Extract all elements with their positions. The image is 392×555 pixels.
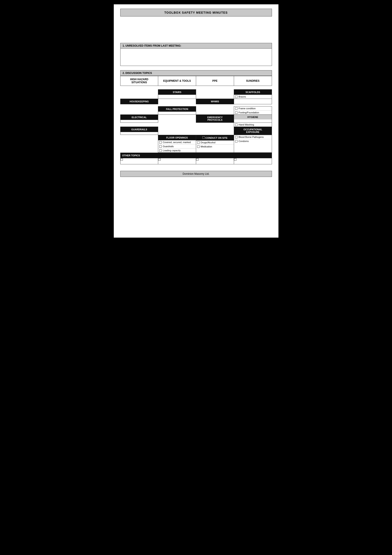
topics-row-1: STAIRS SCAFFOLDS Braces (120, 89, 272, 99)
occupational-exposure-header: OCCUPATIONALEXPOSURE (234, 127, 272, 135)
other-topic-1 (120, 158, 158, 164)
conduct-on-site-header: CONDUCT ON SITE (196, 135, 234, 140)
checkbox-drugs-alcohol[interactable] (197, 141, 200, 144)
cell-guardrails-label: GUARDRAILS (120, 127, 158, 135)
checkbox-hand-washing[interactable] (235, 124, 238, 126)
section1-header: 1. UNRESOLVED ITEMS FROM LAST MEETING: (120, 43, 272, 49)
topics-row-3: FALL PROTECTION Frame condition Footing/… (120, 106, 272, 115)
checkbox-condoms[interactable] (235, 140, 238, 142)
cell-empty-3 (158, 99, 196, 104)
cell-blood-borne: Blood Borne Pathogens Condoms (234, 135, 272, 153)
cell-occ-exposure: OCCUPATIONALEXPOSURE (234, 127, 272, 135)
cell-floor-openings: FLOOR OPENINGS Covered, secured, marked … (158, 135, 196, 153)
fall-protection-header: FALL PROTECTION (158, 106, 196, 112)
cell-whmis-area: WHMIS (196, 99, 234, 104)
stairs-header: STAIRS (158, 89, 196, 95)
main-title: TOOLBOX SAFETY MEETING MINUTES (164, 11, 227, 14)
main-title-bar: TOOLBOX SAFETY MEETING MINUTES (120, 9, 272, 16)
cell-empty-2 (196, 89, 234, 99)
cell-fall-protection: FALL PROTECTION (158, 106, 196, 115)
checkbox-frame-condition[interactable] (235, 107, 238, 110)
checkbox-braces[interactable] (235, 96, 238, 98)
col-ppe: PPE (196, 76, 234, 86)
topics-row-4: ELECTRICAL EMERGENCYPROTOCOLS HYGIENE (120, 115, 272, 123)
topics-row-2: HOUSEKEEPING WHMIS (120, 99, 272, 104)
scaffolds-braces: Braces (234, 95, 272, 99)
checkbox-conduct[interactable] (202, 136, 205, 139)
section2-header: 2. DISCUSSION TOPICS (120, 70, 272, 76)
scaffolds-header: SCAFFOLDS (234, 89, 272, 95)
other-topic-4 (234, 158, 272, 164)
other-topics-row (120, 158, 272, 164)
checkbox-guardrails-item[interactable] (159, 145, 162, 148)
top-fields-area (120, 20, 272, 39)
cell-empty-1 (120, 89, 158, 99)
hygiene-header: HYGIENE (234, 115, 272, 119)
spacer-row-1 (120, 104, 272, 106)
topics-table: STAIRS SCAFFOLDS Braces HOUSEKEEPING (120, 89, 272, 135)
lower-row-1: FLOOR OPENINGS Covered, secured, marked … (120, 135, 272, 153)
col-sundries: SUNDRIES (234, 76, 272, 86)
other-topics-header-row: OTHER TOPICS (120, 153, 272, 158)
checkbox-footing[interactable] (235, 111, 238, 114)
cell-hygiene: HYGIENE (234, 115, 272, 123)
checkbox-covered-secured[interactable] (159, 141, 162, 144)
cell-electrical: ELECTRICAL (120, 115, 158, 123)
housekeeping-header: HOUSEKEEPING (121, 99, 158, 104)
cell-conduct-on-site: CONDUCT ON SITE Drugs/Alcohol Medication (196, 135, 234, 153)
cell-scaffolds: SCAFFOLDS Braces (234, 89, 272, 99)
cell-hand-washing: Hand Washing (234, 123, 272, 127)
checkbox-other-4[interactable] (234, 158, 236, 161)
cell-frame-condition: Frame condition Footing/Foundation (234, 106, 272, 115)
guardrails-header: GUARDRAILS (121, 127, 158, 132)
checkbox-medication[interactable] (197, 146, 200, 148)
checkbox-other-1[interactable] (121, 158, 123, 161)
whmis-header: WHMIS (196, 99, 234, 104)
cell-emergency-protocols: EMERGENCYPROTOCOLS (196, 115, 234, 123)
cell-housekeeping: HOUSEKEEPING (120, 99, 158, 104)
checkbox-blood-borne[interactable] (235, 136, 238, 138)
topics-layout: STAIRS SCAFFOLDS Braces HOUSEKEEPING (120, 89, 272, 164)
other-topics-header: OTHER TOPICS (121, 153, 272, 158)
col-equipment: EQUIPMENT & TOOLS (158, 76, 196, 86)
topics-row-5: Hand Washing (120, 123, 272, 127)
discussion-topics-table: HIGH HAZARD SITUATIONS EQUIPMENT & TOOLS… (120, 76, 272, 86)
cell-stairs: STAIRS (158, 89, 196, 99)
other-topics-label: OTHER TOPICS (120, 153, 272, 158)
footer-bar: Dominion Masonry Ltd. (120, 171, 272, 177)
emergency-protocols-header: EMERGENCYPROTOCOLS (196, 115, 234, 123)
lower-topics-table: FLOOR OPENINGS Covered, secured, marked … (120, 135, 272, 153)
section1-content (120, 49, 272, 66)
cell-scaffold-empty (234, 99, 272, 104)
electrical-header: ELECTRICAL (121, 115, 158, 120)
col-high-hazard: HIGH HAZARD SITUATIONS (120, 76, 158, 86)
other-topics-table: OTHER TOPICS (120, 153, 272, 164)
other-topic-3 (196, 158, 234, 164)
checkbox-loading-capacity[interactable] (159, 149, 162, 152)
footer-text: Dominion Masonry Ltd. (183, 172, 209, 175)
checkbox-other-2[interactable] (158, 158, 160, 161)
floor-openings-header: FLOOR OPENINGS (158, 135, 196, 140)
other-topic-2 (158, 158, 196, 164)
topics-row-6: GUARDRAILS OCCUPATIONALEXPOSURE (120, 127, 272, 135)
checkbox-other-3[interactable] (196, 158, 198, 161)
